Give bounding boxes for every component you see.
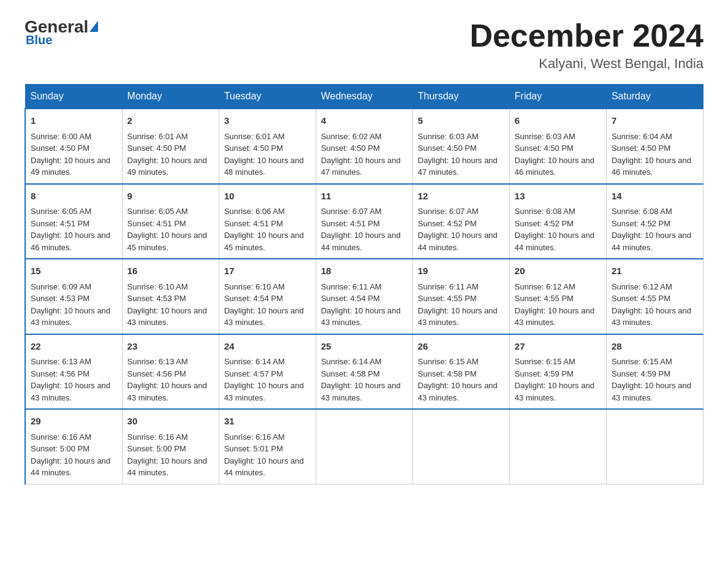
day-cell-6: 6Sunrise: 6:03 AMSunset: 4:50 PMDaylight… [509,109,606,184]
title-area: December 2024 Kalyani, West Bengal, Indi… [469,18,703,72]
day-info: Sunrise: 6:14 AMSunset: 4:57 PMDaylight:… [224,357,304,402]
page-header: General Blue December 2024 Kalyani, West… [25,18,703,72]
day-number: 24 [224,340,311,354]
day-cell-7: 7Sunrise: 6:04 AMSunset: 4:50 PMDaylight… [606,109,703,184]
day-info: Sunrise: 6:04 AMSunset: 4:50 PMDaylight:… [612,132,691,177]
day-cell-31: 31Sunrise: 6:16 AMSunset: 5:01 PMDayligh… [219,409,316,484]
day-info: Sunrise: 6:05 AMSunset: 4:51 PMDaylight:… [31,207,110,252]
day-number: 7 [612,114,698,128]
day-cell-2: 2Sunrise: 6:01 AMSunset: 4:50 PMDaylight… [122,109,219,184]
day-cell-14: 14Sunrise: 6:08 AMSunset: 4:52 PMDayligh… [606,184,703,259]
day-number: 12 [418,190,504,204]
day-info: Sunrise: 6:12 AMSunset: 4:55 PMDaylight:… [515,282,594,327]
day-info: Sunrise: 6:15 AMSunset: 4:58 PMDaylight:… [418,357,498,402]
day-cell-16: 16Sunrise: 6:10 AMSunset: 4:53 PMDayligh… [122,259,219,334]
day-info: Sunrise: 6:08 AMSunset: 4:52 PMDaylight:… [515,207,594,252]
day-info: Sunrise: 6:15 AMSunset: 4:59 PMDaylight:… [612,357,691,402]
day-number: 31 [224,415,311,429]
day-cell-5: 5Sunrise: 6:03 AMSunset: 4:50 PMDaylight… [412,109,509,184]
empty-cell [316,409,412,484]
day-info: Sunrise: 6:13 AMSunset: 4:56 PMDaylight:… [127,357,207,402]
day-number: 26 [418,340,504,354]
day-cell-8: 8Sunrise: 6:05 AMSunset: 4:51 PMDaylight… [25,184,122,259]
day-cell-13: 13Sunrise: 6:08 AMSunset: 4:52 PMDayligh… [509,184,606,259]
day-info: Sunrise: 6:00 AMSunset: 4:50 PMDaylight:… [31,132,110,177]
empty-cell [606,409,703,484]
day-number: 19 [418,264,504,278]
weekday-header-wednesday: Wednesday [316,85,412,109]
weekday-header-monday: Monday [122,85,219,109]
day-cell-22: 22Sunrise: 6:13 AMSunset: 4:56 PMDayligh… [25,334,122,410]
day-cell-12: 12Sunrise: 6:07 AMSunset: 4:52 PMDayligh… [412,184,509,259]
day-cell-17: 17Sunrise: 6:10 AMSunset: 4:54 PMDayligh… [219,259,316,334]
day-cell-24: 24Sunrise: 6:14 AMSunset: 4:57 PMDayligh… [219,334,316,410]
day-number: 13 [515,190,601,204]
day-number: 9 [127,190,214,204]
day-cell-29: 29Sunrise: 6:16 AMSunset: 5:00 PMDayligh… [25,409,122,484]
day-cell-28: 28Sunrise: 6:15 AMSunset: 4:59 PMDayligh… [606,334,703,410]
day-number: 14 [612,190,698,204]
day-cell-25: 25Sunrise: 6:14 AMSunset: 4:58 PMDayligh… [316,334,412,410]
day-number: 28 [612,340,698,354]
day-info: Sunrise: 6:12 AMSunset: 4:55 PMDaylight:… [612,282,691,327]
day-number: 2 [127,114,214,128]
day-cell-21: 21Sunrise: 6:12 AMSunset: 4:55 PMDayligh… [606,259,703,334]
day-info: Sunrise: 6:08 AMSunset: 4:52 PMDaylight:… [612,207,691,252]
weekday-header-saturday: Saturday [606,85,703,109]
day-cell-3: 3Sunrise: 6:01 AMSunset: 4:50 PMDaylight… [219,109,316,184]
day-info: Sunrise: 6:16 AMSunset: 5:00 PMDaylight:… [127,432,207,478]
day-number: 16 [127,264,214,278]
day-cell-26: 26Sunrise: 6:15 AMSunset: 4:58 PMDayligh… [412,334,509,410]
weekday-header-tuesday: Tuesday [219,85,316,109]
weekday-header-thursday: Thursday [412,85,509,109]
day-number: 8 [31,190,117,204]
day-number: 21 [612,264,698,278]
day-info: Sunrise: 6:02 AMSunset: 4:50 PMDaylight:… [321,132,401,177]
day-cell-20: 20Sunrise: 6:12 AMSunset: 4:55 PMDayligh… [509,259,606,334]
day-number: 25 [321,340,408,354]
day-number: 20 [515,264,601,278]
weekday-header-sunday: Sunday [25,85,122,109]
day-info: Sunrise: 6:06 AMSunset: 4:51 PMDaylight:… [224,207,304,252]
day-number: 3 [224,114,311,128]
day-info: Sunrise: 6:10 AMSunset: 4:53 PMDaylight:… [127,282,207,327]
day-number: 15 [31,264,117,278]
day-info: Sunrise: 6:14 AMSunset: 4:58 PMDaylight:… [321,357,401,402]
day-number: 27 [515,340,601,354]
day-cell-9: 9Sunrise: 6:05 AMSunset: 4:51 PMDaylight… [122,184,219,259]
day-number: 5 [418,114,504,128]
day-number: 23 [127,340,214,354]
day-info: Sunrise: 6:03 AMSunset: 4:50 PMDaylight:… [418,132,498,177]
day-info: Sunrise: 6:11 AMSunset: 4:54 PMDaylight:… [321,282,401,327]
day-cell-30: 30Sunrise: 6:16 AMSunset: 5:00 PMDayligh… [122,409,219,484]
day-cell-10: 10Sunrise: 6:06 AMSunset: 4:51 PMDayligh… [219,184,316,259]
day-number: 22 [31,340,117,354]
day-info: Sunrise: 6:07 AMSunset: 4:52 PMDaylight:… [418,207,498,252]
day-info: Sunrise: 6:16 AMSunset: 5:01 PMDaylight:… [224,432,304,478]
empty-cell [412,409,509,484]
day-number: 30 [127,415,214,429]
day-info: Sunrise: 6:07 AMSunset: 4:51 PMDaylight:… [321,207,401,252]
day-number: 29 [31,415,117,429]
day-info: Sunrise: 6:11 AMSunset: 4:55 PMDaylight:… [418,282,498,327]
day-number: 10 [224,190,311,204]
day-info: Sunrise: 6:03 AMSunset: 4:50 PMDaylight:… [515,132,594,177]
day-info: Sunrise: 6:01 AMSunset: 4:50 PMDaylight:… [224,132,304,177]
day-number: 1 [31,114,117,128]
day-cell-23: 23Sunrise: 6:13 AMSunset: 4:56 PMDayligh… [122,334,219,410]
day-cell-11: 11Sunrise: 6:07 AMSunset: 4:51 PMDayligh… [316,184,412,259]
day-info: Sunrise: 6:10 AMSunset: 4:54 PMDaylight:… [224,282,304,327]
logo-blue-text: Blue [26,33,52,47]
day-info: Sunrise: 6:16 AMSunset: 5:00 PMDaylight:… [31,432,110,478]
month-title: December 2024 [469,18,703,53]
day-info: Sunrise: 6:05 AMSunset: 4:51 PMDaylight:… [127,207,207,252]
day-cell-15: 15Sunrise: 6:09 AMSunset: 4:53 PMDayligh… [25,259,122,334]
empty-cell [509,409,606,484]
day-number: 17 [224,264,311,278]
weekday-header-friday: Friday [509,85,606,109]
location-title: Kalyani, West Bengal, India [469,56,703,72]
day-cell-1: 1Sunrise: 6:00 AMSunset: 4:50 PMDaylight… [25,109,122,184]
logo-triangle-icon [89,21,98,32]
day-cell-18: 18Sunrise: 6:11 AMSunset: 4:54 PMDayligh… [316,259,412,334]
day-number: 4 [321,114,408,128]
